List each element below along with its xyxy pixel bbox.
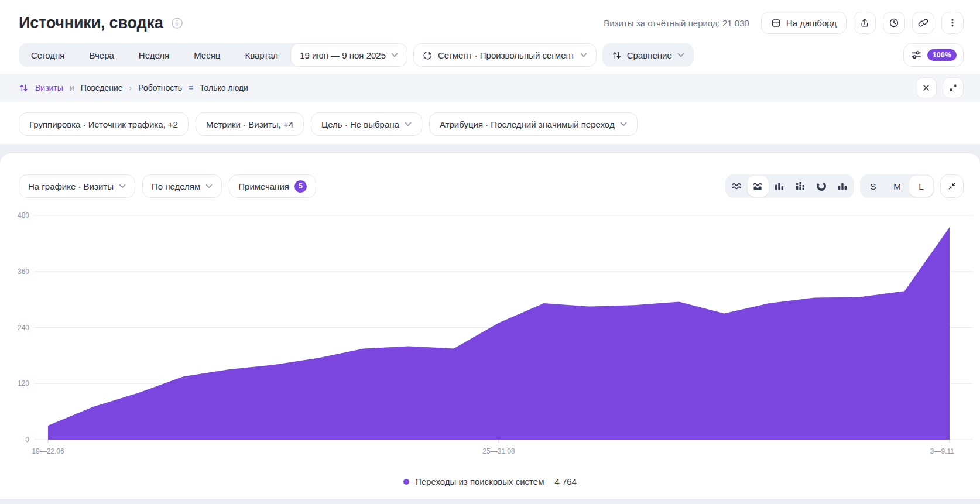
date-range-picker[interactable]: 19 июн — 9 ноя 2025 bbox=[290, 43, 407, 67]
tab-yesterday[interactable]: Вчера bbox=[77, 43, 126, 67]
filter-metric[interactable]: Визиты bbox=[35, 83, 63, 92]
grouping-chip[interactable]: Группировка · Источник трафика, +2 bbox=[19, 112, 189, 136]
share-button[interactable] bbox=[854, 12, 876, 34]
info-icon[interactable] bbox=[171, 17, 183, 29]
filter-dimension[interactable]: Роботность bbox=[138, 83, 182, 92]
column-chart-button[interactable] bbox=[832, 176, 853, 197]
attribution-label: Атрибуция · Последний значимый переход bbox=[440, 119, 615, 129]
stacked-bar-chart-button[interactable] bbox=[790, 176, 811, 197]
segment-selector[interactable]: Сегмент · Произвольный сегмент bbox=[413, 43, 597, 67]
tab-month[interactable]: Месяц bbox=[181, 43, 232, 67]
period-visits-summary: Визиты за отчётный период: 21 030 bbox=[604, 18, 749, 28]
filter-value[interactable]: Только люди bbox=[200, 83, 248, 92]
link-icon bbox=[918, 18, 928, 28]
chart-toolbar: На графике · Визиты По неделям Примечани… bbox=[19, 174, 964, 198]
svg-text:480: 480 bbox=[18, 211, 29, 220]
dashboard-icon bbox=[771, 18, 781, 28]
share-icon bbox=[859, 18, 870, 28]
sampling-button[interactable]: 100% bbox=[903, 43, 964, 67]
chart-type-group bbox=[725, 174, 854, 198]
chevron-down-icon bbox=[119, 184, 126, 188]
stacked-bar-chart-icon bbox=[794, 180, 806, 192]
area-series bbox=[48, 227, 950, 440]
on-chart-selector[interactable]: На графике · Визиты bbox=[19, 174, 135, 198]
svg-text:25—31.08: 25—31.08 bbox=[482, 447, 515, 455]
filter-operator: = bbox=[189, 83, 193, 92]
attribution-chip[interactable]: Атрибуция · Последний значимый переход bbox=[429, 112, 638, 136]
svg-text:0: 0 bbox=[25, 436, 29, 444]
compare-selector[interactable]: Сравнение bbox=[602, 43, 694, 67]
tab-quarter[interactable]: Квартал bbox=[232, 43, 290, 67]
metrics-chip[interactable]: Метрики · Визиты, +4 bbox=[196, 112, 304, 136]
collapse-icon bbox=[947, 181, 957, 191]
chevron-down-icon bbox=[580, 53, 587, 57]
history-button[interactable] bbox=[883, 12, 905, 34]
filter-and: и bbox=[70, 83, 74, 92]
metrics-label: Метрики · Визиты, +4 bbox=[206, 119, 293, 129]
kebab-menu-icon bbox=[947, 18, 958, 28]
pie-chart-button[interactable] bbox=[811, 176, 832, 197]
chart-size-group: S M L bbox=[860, 174, 934, 198]
grouping-label: Группировка · Источник трафика, +2 bbox=[29, 119, 178, 129]
tab-today[interactable]: Сегодня bbox=[19, 43, 77, 67]
pie-chart-icon bbox=[815, 180, 827, 192]
chart-card: На графике · Визиты По неделям Примечани… bbox=[0, 153, 980, 499]
chevron-down-icon bbox=[677, 53, 684, 57]
header: Источники, сводка Визиты за отчётный пер… bbox=[19, 11, 964, 35]
on-chart-label: На графике · Визиты bbox=[28, 181, 114, 191]
filter-section[interactable]: Поведение bbox=[81, 83, 123, 92]
chevron-down-icon bbox=[620, 122, 627, 126]
legend-value: 4 764 bbox=[554, 476, 577, 486]
clock-icon bbox=[889, 18, 899, 28]
to-dashboard-label: На дашборд bbox=[786, 18, 837, 28]
sampling-badge: 100% bbox=[927, 49, 957, 61]
size-s-button[interactable]: S bbox=[861, 176, 885, 197]
legend-label[interactable]: Переходы из поисковых систем bbox=[415, 476, 544, 486]
report-settings-row: Группировка · Источник трафика, +2 Метри… bbox=[19, 112, 964, 136]
svg-text:360: 360 bbox=[18, 268, 29, 276]
expand-icon bbox=[948, 83, 958, 92]
chart-legend: Переходы из поисковых систем 4 764 bbox=[0, 476, 980, 486]
svg-text:19—22.06: 19—22.06 bbox=[32, 447, 64, 455]
chart-x-axis: 19—22.0625—31.083—9.11 bbox=[32, 440, 954, 455]
compare-label: Сравнение bbox=[627, 50, 672, 60]
size-l-button[interactable]: L bbox=[909, 176, 933, 197]
segment-label: Сегмент · Произвольный сегмент bbox=[438, 50, 575, 60]
bar-chart-button[interactable] bbox=[769, 176, 790, 197]
period-toolbar: Сегодня Вчера Неделя Месяц Квартал 19 ию… bbox=[19, 43, 964, 67]
close-icon bbox=[921, 83, 931, 92]
page-bottom-strip bbox=[0, 499, 980, 504]
line-chart-button[interactable] bbox=[727, 176, 748, 197]
visits-area-chart[interactable]: 4803602401200 19—22.0625—31.083—9.11 bbox=[0, 201, 980, 461]
period-tab-group: Сегодня Вчера Неделя Месяц Квартал 19 ию… bbox=[19, 43, 407, 67]
area-chart-button[interactable] bbox=[748, 176, 769, 197]
filter-separator: › bbox=[129, 83, 132, 92]
expand-filter-button[interactable] bbox=[943, 77, 964, 98]
clear-filter-button[interactable] bbox=[916, 77, 937, 98]
copy-link-button[interactable] bbox=[912, 12, 934, 34]
bar-chart-icon bbox=[773, 180, 785, 192]
to-dashboard-button[interactable]: На дашборд bbox=[761, 12, 847, 34]
goal-chip[interactable]: Цель · Не выбрана bbox=[311, 112, 422, 136]
notes-button[interactable]: Примечания 5 bbox=[229, 174, 316, 198]
column-chart-icon bbox=[837, 180, 848, 192]
sliders-icon bbox=[910, 49, 922, 61]
tab-week[interactable]: Неделя bbox=[126, 43, 181, 67]
collapse-chart-button[interactable] bbox=[940, 174, 964, 198]
legend-marker bbox=[403, 479, 409, 485]
date-range-label: 19 июн — 9 ноя 2025 bbox=[300, 50, 386, 60]
svg-text:3—9.11: 3—9.11 bbox=[930, 447, 954, 455]
page-title: Источники, сводка bbox=[19, 14, 163, 32]
goal-label: Цель · Не выбрана bbox=[321, 119, 399, 129]
size-m-button[interactable]: M bbox=[885, 176, 909, 197]
visits-metric-icon bbox=[19, 83, 29, 93]
granularity-selector[interactable]: По неделям bbox=[142, 174, 222, 198]
line-chart-icon bbox=[731, 180, 743, 192]
metrica-report-page: Источники, сводка Визиты за отчётный пер… bbox=[0, 0, 980, 504]
compare-arrows-icon bbox=[612, 50, 622, 60]
svg-text:120: 120 bbox=[18, 379, 29, 388]
notes-count-badge: 5 bbox=[294, 180, 307, 193]
chevron-down-icon bbox=[391, 53, 398, 57]
more-menu-button[interactable] bbox=[941, 12, 964, 34]
area-chart-icon bbox=[752, 180, 764, 192]
